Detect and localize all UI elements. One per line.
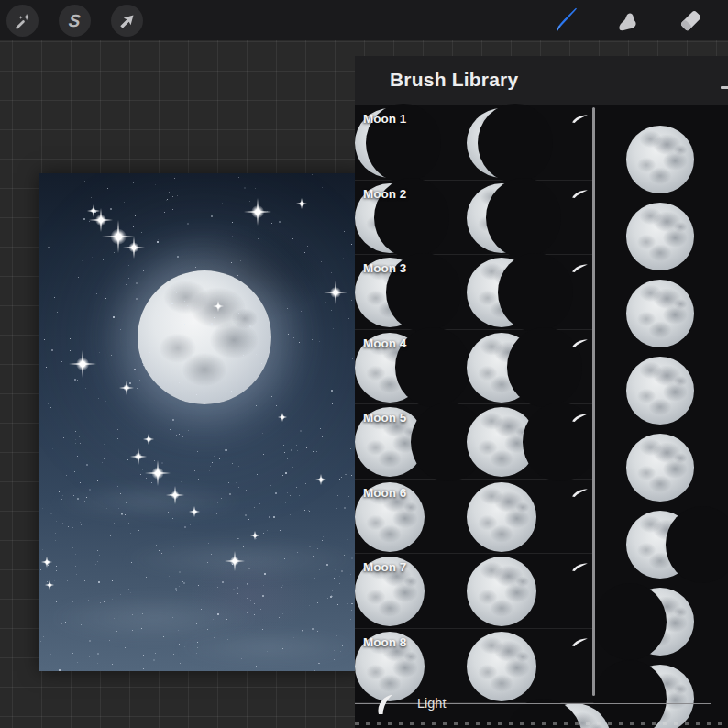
star-dot — [280, 530, 281, 531]
star-dot — [117, 429, 118, 430]
star-dot — [348, 318, 349, 319]
star-dot — [139, 380, 140, 381]
star-dot — [290, 514, 291, 515]
brush-thumbnail[interactable] — [601, 583, 720, 660]
star-dot — [319, 341, 320, 342]
star-dot — [179, 434, 180, 435]
star-dot — [109, 640, 110, 641]
sparkle-star — [87, 204, 100, 217]
star-dot — [50, 513, 52, 514]
star-dot — [55, 502, 56, 502]
paint-tool-button[interactable] — [552, 6, 579, 34]
star-dot — [337, 604, 338, 605]
star-dot — [248, 519, 249, 520]
brush-thumbnail[interactable] — [601, 660, 720, 728]
star-dot — [226, 619, 227, 620]
star-dot — [74, 379, 76, 381]
star-dot — [153, 659, 155, 661]
star-dot — [94, 529, 94, 530]
brush-thumbnail[interactable] — [601, 198, 720, 275]
star-dot — [151, 482, 152, 483]
star-dot — [301, 311, 302, 312]
star-dot — [320, 428, 321, 429]
star-dot — [210, 466, 211, 467]
brush-thumbnail[interactable] — [601, 506, 720, 583]
star-dot — [98, 398, 99, 399]
star-dot — [178, 630, 179, 631]
brush-row[interactable]: Moon 5 — [355, 404, 595, 480]
star-dot — [77, 662, 78, 663]
brush-thumbnail[interactable] — [601, 275, 720, 352]
star-dot — [142, 613, 143, 614]
star-dot — [146, 577, 147, 578]
star-dot — [290, 495, 291, 496]
brush-thumbnail[interactable] — [601, 429, 720, 506]
star-dot — [112, 580, 113, 581]
star-dot — [75, 443, 76, 444]
magic-wand-icon — [13, 11, 33, 31]
star-dot — [288, 334, 289, 335]
star-dot — [105, 298, 106, 299]
star-dot — [237, 593, 238, 594]
star-dot — [116, 313, 116, 314]
brush-row[interactable]: Moon 7 — [355, 554, 595, 629]
star-dot — [248, 186, 248, 187]
canvas[interactable] — [39, 173, 364, 671]
star-dot — [105, 556, 105, 557]
star-dot — [262, 629, 263, 630]
star-dot — [61, 499, 62, 500]
star-dot — [106, 508, 107, 509]
star-dot — [155, 653, 156, 654]
star-dot — [94, 196, 94, 197]
brush-row[interactable]: Moon 3 — [355, 255, 595, 330]
brush-row[interactable]: Moon 6 — [355, 480, 595, 555]
selection-button[interactable]: S — [59, 5, 91, 37]
star-dot — [62, 495, 63, 496]
star-dot — [59, 669, 61, 671]
brush-row[interactable]: Moon 4 — [355, 330, 595, 405]
star-dot — [129, 382, 131, 384]
star-dot — [256, 666, 257, 667]
smudge-tool-button[interactable] — [613, 6, 641, 34]
star-dot — [197, 647, 198, 648]
star-dot — [325, 302, 326, 303]
brush-list-scrollbar[interactable] — [592, 107, 595, 696]
add-brush-button[interactable] — [721, 86, 728, 89]
star-dot — [95, 564, 96, 565]
star-dot — [126, 284, 127, 285]
star-dot — [179, 571, 181, 573]
star-dot — [346, 474, 347, 475]
star-dot — [196, 653, 197, 654]
star-dot — [177, 195, 178, 196]
eraser-tool-button[interactable] — [677, 6, 704, 34]
star-dot — [140, 474, 141, 475]
brush-row[interactable]: Moon 1 — [355, 105, 595, 181]
star-dot — [137, 388, 138, 389]
adjustments-button[interactable] — [6, 5, 39, 37]
brush-thumbnail[interactable] — [601, 121, 720, 198]
brush-name-light[interactable]: Light — [417, 696, 446, 711]
star-dot — [267, 530, 268, 531]
moon-texture — [626, 126, 694, 193]
star-dot — [94, 486, 94, 487]
star-dot — [79, 502, 80, 502]
star-dot — [275, 492, 277, 494]
star-dot — [241, 658, 242, 659]
moon-shade — [395, 327, 470, 407]
star-dot — [238, 313, 239, 314]
star-dot — [50, 654, 51, 655]
star-dot — [352, 603, 353, 604]
brush-row[interactable]: Moon 2 — [355, 181, 595, 256]
transform-button[interactable] — [111, 5, 143, 37]
star-dot — [334, 650, 335, 651]
star-dot — [353, 347, 354, 347]
star-dot — [172, 617, 173, 618]
star-dot — [306, 447, 307, 448]
brush-stroke-icon — [571, 488, 589, 498]
moon-shade — [498, 253, 573, 333]
star-dot — [55, 540, 56, 541]
star-dot — [138, 510, 138, 511]
brush-stroke-icon — [571, 637, 589, 647]
brush-thumbnail[interactable] — [601, 352, 720, 429]
star-dot — [335, 569, 336, 570]
